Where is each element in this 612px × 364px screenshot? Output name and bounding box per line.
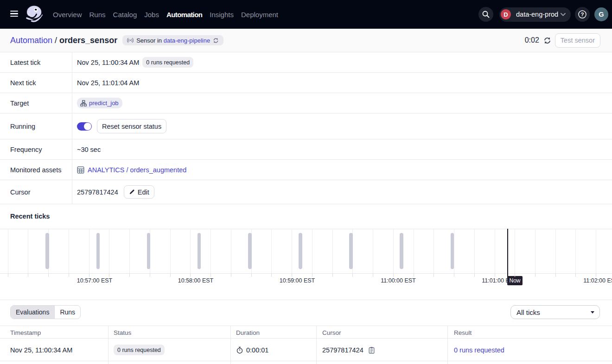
svg-text:?: ? xyxy=(580,12,584,17)
